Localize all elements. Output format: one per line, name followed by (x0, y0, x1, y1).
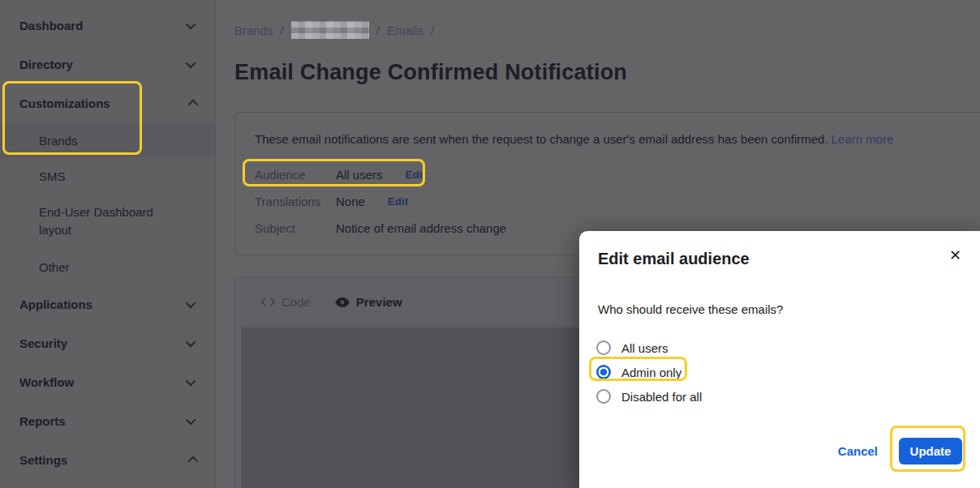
radio-option-all-users[interactable]: All users (596, 336, 702, 360)
radio-option-label: Admin only (621, 366, 681, 379)
modal-title: Edit email audience (598, 250, 750, 268)
radio-option-admin-only[interactable]: Admin only (596, 360, 702, 384)
modal-footer: Cancel Update (838, 438, 962, 464)
cancel-button[interactable]: Cancel (838, 444, 878, 458)
edit-email-audience-modal: Edit email audience ✕ Who should receive… (579, 231, 980, 488)
radio-unselected-icon[interactable] (596, 389, 611, 404)
breadcrumb-redacted-brand-name (291, 21, 369, 39)
radio-selected-icon[interactable] (596, 365, 611, 379)
radio-option-label: All users (621, 341, 668, 355)
radio-option-label: Disabled for all (621, 390, 702, 404)
audience-radio-group: All users Admin only Disabled for all (596, 336, 702, 409)
radio-unselected-icon[interactable] (596, 340, 611, 355)
update-button[interactable]: Update (899, 438, 962, 464)
close-icon[interactable]: ✕ (949, 248, 961, 263)
radio-option-disabled-for-all[interactable]: Disabled for all (596, 384, 702, 409)
modal-question: Who should receive these emails? (598, 302, 783, 316)
